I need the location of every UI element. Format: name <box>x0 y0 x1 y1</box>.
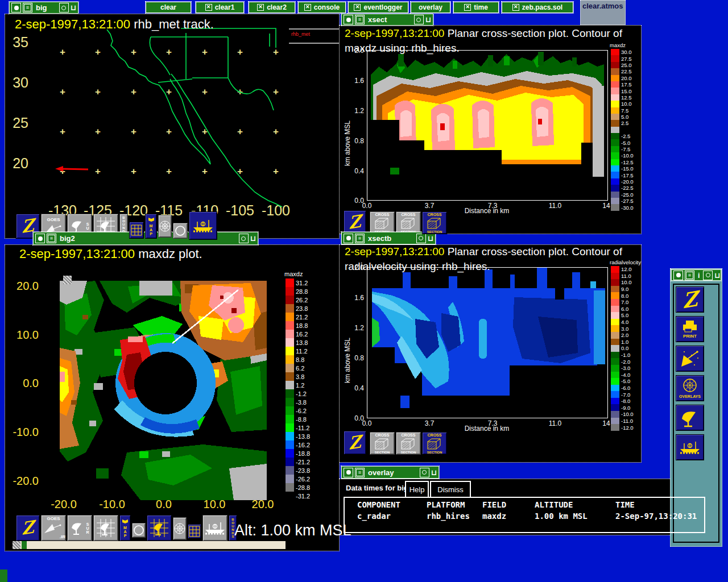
cross-section-button[interactable]: CROSSSECTION <box>422 432 447 455</box>
map-button[interactable]: MAP <box>119 515 131 541</box>
scrollbar-end-button[interactable] <box>13 541 20 549</box>
colorbar-swatch <box>286 330 294 338</box>
colorbar: 12.011.010.09.08.07.06.05.04.03.02.01.00… <box>611 266 634 431</box>
window-doc-button[interactable]: ≡ <box>23 3 32 13</box>
grid-dish-active-button[interactable] <box>147 515 172 541</box>
topbar-button-overlay[interactable]: overlay <box>411 2 450 13</box>
window-doc-button[interactable]: ≡ <box>355 15 365 24</box>
ship-button[interactable] <box>676 434 704 460</box>
goes-ir-button[interactable]: GOES.IR <box>41 515 66 541</box>
window-zoom-button[interactable] <box>59 3 69 13</box>
colorbar-label: -25.0 <box>619 192 634 198</box>
colorbar-swatch <box>611 299 619 306</box>
cross-sub-label: SECTION <box>427 230 442 234</box>
topbar-button-clear[interactable]: clear <box>146 2 191 13</box>
tick-label: 0.0 <box>362 202 372 210</box>
topbar-button-console[interactable]: ✕console <box>298 2 346 13</box>
colorbar-swatch <box>611 418 619 425</box>
window-zoom-button[interactable] <box>414 15 424 24</box>
topbar-button-eventlogger[interactable]: ✕eventlogger <box>348 2 408 13</box>
topbar-button-clear2[interactable]: ✕clear2 <box>249 2 295 13</box>
topbar-button-clear1[interactable]: ✕clear1 <box>196 2 244 13</box>
window-menu-button[interactable] <box>35 234 45 243</box>
scrollbar-thumb[interactable] <box>22 541 27 549</box>
radar-plot[interactable] <box>60 281 267 500</box>
colorbar-row: -23.8 <box>286 466 310 475</box>
tick-label: 0.8 <box>347 354 364 362</box>
checkbox-icon: ✕ <box>354 4 361 11</box>
clear-atmos-popup[interactable]: clear.atmos <box>580 0 626 25</box>
window-menu-button[interactable] <box>344 15 353 24</box>
cross-section-button[interactable]: CROSSSECTION <box>396 211 421 234</box>
print-button[interactable]: PRINT <box>676 316 704 342</box>
colorbar-label: 0.0 <box>619 345 628 351</box>
plot-corner-handle[interactable] <box>63 276 72 284</box>
window-doc-button[interactable]: ≡ <box>355 468 365 477</box>
circle-button[interactable] <box>132 523 146 538</box>
window-zoom-button[interactable] <box>239 234 249 243</box>
window-zoom-button[interactable] <box>703 271 713 280</box>
colorbar-swatch <box>611 94 619 101</box>
colorbar-swatch <box>286 449 294 458</box>
cross-section-button[interactable]: CROSSSECTION <box>396 432 421 455</box>
window-restore-button[interactable]: ⊔ <box>425 16 431 23</box>
titlebar-overlay[interactable]: ≡overlay⊔ <box>341 466 439 479</box>
colorbar-label: 2.0 <box>619 332 628 338</box>
dish-survey-button[interactable]: SUR <box>67 515 92 541</box>
dismiss-button[interactable]: Dismiss <box>430 481 471 498</box>
xsect-contour-plot[interactable] <box>367 51 607 200</box>
window-restore-button[interactable]: ⊔ <box>71 4 76 11</box>
colorbar-row: 2.5 <box>611 120 634 126</box>
map-plot[interactable] <box>50 25 340 213</box>
tick-label: 1.2 <box>347 107 364 115</box>
titlebar-big[interactable]: ≡big⊔ <box>9 2 78 14</box>
window-doc-button[interactable]: ≡ <box>47 234 56 243</box>
colorbar-row: -9.0 <box>611 404 634 411</box>
grid-dish-icon <box>96 518 116 538</box>
topbar-button-zeb.pacs.sol[interactable]: ✕zeb.pacs.sol <box>502 2 573 13</box>
circle-button[interactable] <box>173 223 188 239</box>
zeb-logo-button[interactable]: Z <box>16 515 40 541</box>
window-doc-button[interactable]: ≡ <box>355 234 365 243</box>
zeb-logo-button[interactable]: Z <box>676 286 704 313</box>
colorbar-row: -12.0 <box>611 424 634 431</box>
zeb-logo-button[interactable]: Z <box>344 210 366 234</box>
window-restore-button[interactable]: ⊔ <box>431 469 437 476</box>
overlays-button[interactable]: OVERLAYS <box>676 375 704 401</box>
colorbar-swatch <box>286 347 294 355</box>
small-grid-button[interactable] <box>188 524 201 539</box>
horizontal-scrollbar[interactable] <box>13 541 286 549</box>
window-menu-button[interactable] <box>673 271 683 280</box>
radar-rings-button[interactable] <box>173 517 187 540</box>
ship-button[interactable] <box>189 211 217 240</box>
ship-button[interactable] <box>202 515 228 541</box>
titlebar-icon[interactable]: ≡icon⊔ <box>671 269 721 281</box>
window-zoom-button[interactable] <box>420 468 429 477</box>
window-restore-button[interactable]: ⊔ <box>714 272 720 279</box>
grid-dish-button[interactable] <box>93 515 118 541</box>
cross-section-button[interactable]: CROSSSECTION <box>422 211 447 234</box>
radar-dish-button[interactable] <box>676 405 704 431</box>
colorbar-row: 15.0 <box>611 88 634 94</box>
titlebar-xsect[interactable]: ≡xsect⊔ <box>341 14 433 26</box>
window-menu-button[interactable] <box>11 3 21 13</box>
small-grid-button[interactable] <box>129 222 144 239</box>
help-button[interactable]: Help <box>405 481 429 498</box>
window-restore-button[interactable]: ⊔ <box>250 235 256 242</box>
satellite-button[interactable] <box>676 346 704 372</box>
window-restore-button[interactable]: ⊔ <box>428 235 433 242</box>
cross-section-button[interactable]: CROSSSECTION <box>370 211 395 234</box>
xsectb-contour-plot[interactable] <box>367 268 607 418</box>
zeb-logo-button[interactable]: Z <box>344 431 366 455</box>
topbar-button-time[interactable]: ✕time <box>453 2 499 13</box>
window-zoom-button[interactable] <box>416 234 426 243</box>
radar-rings-button[interactable] <box>158 215 172 238</box>
window-doc-button[interactable]: ≡ <box>685 271 694 280</box>
window-menu-button[interactable] <box>344 468 353 477</box>
ship-icon <box>203 519 227 537</box>
radar-dish-icon <box>70 520 85 536</box>
window-menu-button[interactable] <box>344 234 353 243</box>
map-button[interactable]: MAP <box>145 214 157 239</box>
colorbar-swatch <box>286 458 294 466</box>
cross-section-button[interactable]: CROSSSECTION <box>370 432 395 455</box>
